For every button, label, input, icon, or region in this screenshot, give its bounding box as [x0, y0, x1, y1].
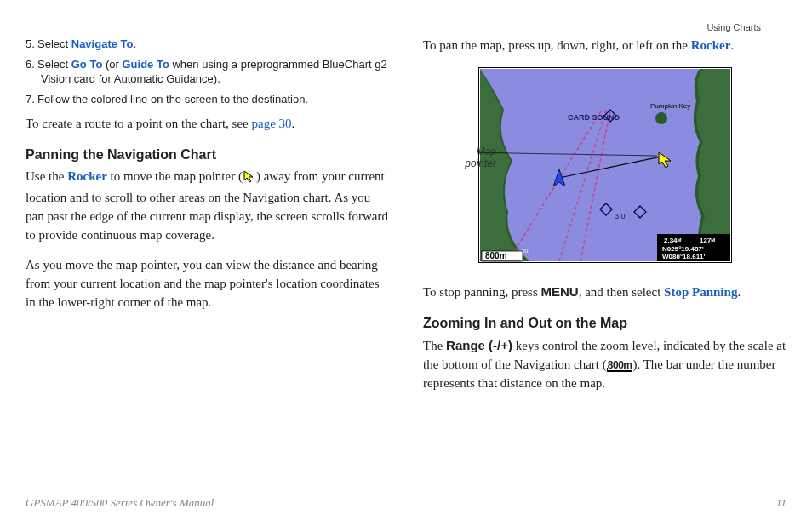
map-figure: Map pointer [423, 67, 786, 268]
svg-text:N025°19.487': N025°19.487' [662, 245, 704, 253]
manual-title: GPSMAP 400/500 Series Owner's Manual [26, 495, 214, 511]
map-pointer-icon [243, 169, 256, 189]
rocker-term-2: Rocker [691, 38, 731, 52]
menu-button-ref: MENU [541, 284, 579, 299]
zoom-para: The Range (-/+) keys control the zoom le… [423, 336, 786, 392]
rocker-term-1: Rocker [67, 169, 107, 183]
range-keys-ref: Range (-/+) [446, 338, 512, 352]
panning-para-1: Use the Rocker to move the map pointer (… [26, 168, 389, 244]
panning-para-2: As you move the map pointer, you can vie… [26, 256, 389, 312]
scale-indicator-icon: 800m [607, 360, 633, 372]
stop-panning-label: Stop Panning [664, 285, 737, 299]
step-6: 6.Select Go To (or Guide To when using a… [26, 57, 389, 87]
right-column: To pan the map, press up, down, right, o… [423, 37, 786, 405]
guide-to-label: Guide To [122, 58, 169, 71]
svg-text:CARD SOUND: CARD SOUND [568, 113, 620, 122]
left-column: 5.Select Navigate To. 6.Select Go To (or… [26, 37, 389, 405]
map-pointer-caption: Map pointer [450, 146, 496, 170]
svg-point-12 [655, 112, 667, 124]
stop-panning-note: To stop panning, press MENU, and then se… [423, 283, 786, 302]
panning-heading: Panning the Navigation Chart [26, 146, 389, 164]
header-section: Using Charts [706, 21, 761, 34]
svg-marker-0 [244, 171, 253, 182]
step-7: 7.Follow the colored line on the screen … [26, 92, 389, 107]
svg-text:3.0: 3.0 [615, 212, 626, 220]
map-screenshot: CARD SOUND Pumpkin Key 3.0 Foul 800m 2.3… [478, 67, 732, 263]
create-route-note: To create a route to a point on the char… [26, 115, 389, 134]
zooming-heading: Zooming In and Out on the Map [423, 314, 786, 333]
page-footer: GPSMAP 400/500 Series Owner's Manual 11 [26, 495, 786, 511]
pan-instruction: To pan the map, press up, down, right, o… [423, 37, 786, 55]
go-to-label: Go To [71, 58, 103, 71]
svg-rect-2 [480, 69, 730, 261]
svg-text:Pumpkin Key: Pumpkin Key [650, 102, 690, 110]
step-5: 5.Select Navigate To. [26, 37, 389, 52]
navigate-to-label: Navigate To [71, 37, 134, 50]
svg-text:800m: 800m [485, 251, 507, 260]
page-number: 11 [776, 495, 786, 511]
steps-list: 5.Select Navigate To. 6.Select Go To (or… [26, 37, 389, 106]
svg-text:W080°18.611': W080°18.611' [662, 253, 706, 260]
page-30-link[interactable]: page 30 [252, 117, 292, 130]
